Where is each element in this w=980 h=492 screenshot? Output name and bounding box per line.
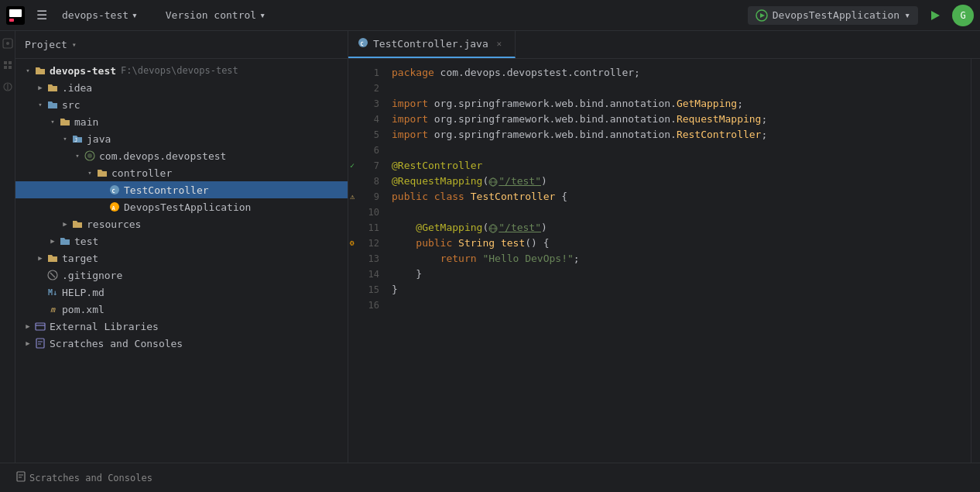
tree-arrow: ▾ [84, 169, 96, 177]
line-num-1: 1 [348, 65, 379, 81]
code-area[interactable]: package com.devops.devopstest.controller… [385, 59, 971, 463]
right-scrollbar[interactable] [971, 59, 980, 463]
project-name: devops-test [62, 9, 128, 21]
tree-arrow: ▶ [22, 322, 34, 330]
code-line-1: package com.devops.devopstest.controller… [392, 65, 971, 81]
svg-text:C: C [361, 41, 364, 47]
main-body: Project ▾ ▾ devops-test F:\devops\devops… [0, 31, 980, 463]
code-line-15: } [392, 282, 971, 298]
code-line-4: import org.springframework.web.bind.anno… [392, 112, 971, 127]
left-gutter-icon-3[interactable] [2, 81, 14, 93]
gutter-check-icon: ✓ [350, 158, 355, 174]
tree-item-pomxml[interactable]: m pom.xml [15, 301, 348, 318]
line-num-4: 4 [348, 112, 379, 127]
svg-rect-10 [4, 66, 7, 69]
package-icon [84, 150, 96, 162]
editor-tabs: C TestController.java ✕ [348, 31, 980, 59]
tree-arrow: ▾ [34, 101, 46, 108]
tree-arrow: ▾ [59, 135, 71, 143]
tab-close-button[interactable]: ✕ [493, 38, 505, 50]
line-num-2: 2 [348, 81, 379, 96]
tree-item-idea[interactable]: ▶ .idea [15, 79, 348, 96]
user-avatar[interactable]: G [952, 5, 974, 26]
tree-item-helpmd[interactable]: M↓ HELP.md [15, 284, 348, 301]
tree-arrow [34, 305, 46, 313]
bottom-scratches[interactable]: Scratches and Consoles [9, 468, 159, 487]
vcs-chevron: ▾ [259, 9, 266, 21]
svg-text:C: C [112, 188, 115, 194]
tree-label: target [62, 253, 98, 264]
svg-text:J: J [74, 137, 77, 143]
hamburger-menu[interactable]: ☰ [31, 5, 53, 26]
folder-icon [46, 81, 59, 94]
tree-item-resources[interactable]: ▶ resources [15, 215, 348, 232]
line-num-10: 10 [348, 205, 379, 220]
folder-test-icon [59, 235, 71, 247]
tree-arrow: ▶ [34, 254, 46, 262]
svg-rect-1 [9, 9, 22, 17]
tree-item-target[interactable]: ▶ target [15, 249, 348, 267]
run-config-selector[interactable]: DevopsTestApplication ▾ [748, 6, 918, 25]
code-line-6 [392, 143, 971, 158]
run-config-icon [756, 9, 768, 22]
code-line-9: public class TestController { [392, 189, 971, 205]
app-logo [6, 6, 25, 25]
tree-label: main [74, 116, 98, 128]
vcs-dropdown[interactable]: Version control ▾ [159, 6, 272, 24]
run-button[interactable] [924, 5, 946, 26]
project-dropdown[interactable]: devops-test ▾ [56, 6, 144, 24]
line-num-9: ⚠ 9 [348, 189, 379, 205]
sidebar-chevron[interactable]: ▾ [72, 40, 77, 49]
tree-arrow: ▾ [71, 152, 84, 160]
tab-file-icon: C [358, 37, 368, 50]
tab-label: TestController.java [373, 38, 488, 50]
tree-label: DevopsTestApplication [124, 201, 251, 213]
line-numbers: 1 2 3 4 5 6 ✓ 7 8 ⚠ 9 10 11 ⚙ 1 [348, 59, 385, 463]
run-icon [928, 9, 942, 22]
tree-label: External Libraries [50, 321, 159, 332]
tree-arrow [96, 186, 108, 194]
tree-arrow: ▶ [59, 220, 71, 228]
scratch-icon [34, 337, 46, 349]
topbar: ☰ devops-test ▾ Version control ▾ Devops… [0, 0, 980, 31]
svg-line-22 [50, 273, 55, 277]
tree-item-test[interactable]: ▶ test [15, 232, 348, 249]
tree-item-controller[interactable]: ▾ controller [15, 164, 348, 181]
line-num-11: 11 [348, 220, 379, 236]
line-num-6: 6 [348, 143, 379, 158]
tree-item-testcontroller[interactable]: C TestController [15, 181, 348, 198]
tree-item-main[interactable]: ▾ main [15, 113, 348, 130]
tree-item-devopstestapplication[interactable]: A DevopsTestApplication [15, 198, 348, 215]
line-num-15: 15 [348, 282, 379, 298]
tree-item-devops-test-root[interactable]: ▾ devops-test F:\devops\devops-test [15, 62, 348, 79]
editor-tab-testcontroller[interactable]: C TestController.java ✕ [348, 31, 516, 58]
folder-icon [46, 252, 59, 264]
svg-rect-25 [36, 339, 44, 348]
tree-label: com.devops.devopstest [99, 150, 226, 162]
tree-item-gitignore[interactable]: .gitignore [15, 267, 348, 284]
tree-arrow [34, 288, 46, 296]
tree-label: .idea [62, 82, 92, 94]
svg-rect-2 [9, 19, 14, 22]
svg-marker-5 [931, 11, 940, 20]
code-line-7: @RestController [392, 158, 971, 174]
tree-label: .gitignore [62, 270, 122, 281]
left-gutter-icon-1[interactable] [2, 37, 14, 50]
left-gutter-icon-2[interactable] [2, 59, 14, 71]
tree-label: HELP.md [62, 287, 105, 298]
folder-icon [71, 218, 84, 230]
tree-item-src[interactable]: ▾ src [15, 96, 348, 113]
app-class-icon: A [108, 201, 121, 213]
tree-label: controller [111, 167, 172, 179]
svg-rect-11 [9, 66, 12, 69]
tree-arrow: ▾ [46, 118, 59, 126]
markdown-icon: M↓ [46, 286, 59, 298]
code-line-14: } [392, 267, 971, 282]
tree-item-com-devops[interactable]: ▾ com.devops.devopstest [15, 147, 348, 164]
tree-item-java[interactable]: ▾ J java [15, 130, 348, 147]
svg-rect-8 [4, 61, 7, 64]
tree-item-ext-libraries[interactable]: ▶ External Libraries [15, 318, 348, 335]
xml-icon: m [46, 303, 59, 315]
tree-item-scratches[interactable]: ▶ Scratches and Consoles [15, 335, 348, 352]
tree-label: pom.xml [62, 304, 105, 315]
